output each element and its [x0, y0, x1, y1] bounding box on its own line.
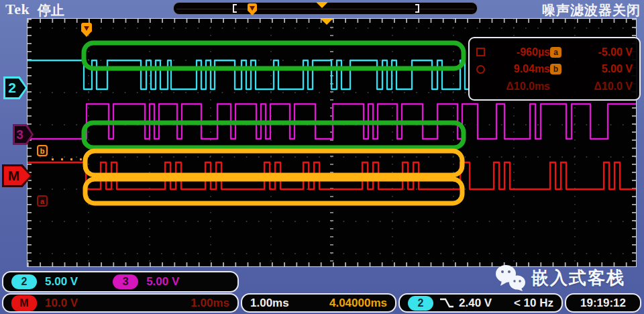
trigger-flag-icon: [248, 3, 257, 15]
cursor-readout-box: -960µs a -5.00 V 9.04ms b 5.00 V Δ10.0ms…: [468, 37, 641, 101]
cursor1-time: -960µs: [492, 46, 550, 58]
ch2-trace: [28, 60, 468, 89]
watermark: 嵌入式客栈: [495, 264, 625, 292]
vertical-readout-pill: 2 5.00 V 3 5.00 V: [2, 271, 239, 293]
channel3-marker-label: 3: [13, 124, 27, 145]
math-scale: 10.0 V: [45, 297, 78, 310]
cursor2-time: 9.04ms: [492, 63, 550, 75]
channel3-scale: 5.00 V: [146, 275, 179, 289]
cursor2-shape-icon: [476, 65, 485, 74]
horizontal-readout-pill: 1.00ms 4.04000ms: [241, 293, 396, 313]
tek-logo: Tek: [5, 1, 30, 18]
cursor-a-badge: a: [550, 47, 561, 58]
trigger-source-badge: 2: [408, 296, 433, 311]
cursor-a-amplitude: -5.00 V: [570, 46, 633, 58]
cursor-b-badge: b: [550, 64, 561, 74]
clock-time: 19:19:12: [580, 297, 626, 310]
trigger-frequency: < 10 Hz: [514, 297, 553, 310]
expansion-point-icon: [316, 2, 328, 8]
cursor-a-icon: a: [37, 195, 48, 207]
zoom-window-left-bracket: [233, 4, 237, 13]
green-box-mid: [84, 123, 464, 148]
orange-box-bottom: [85, 179, 462, 203]
trigger-level: 2.40 V: [459, 297, 492, 310]
horizontal-scale: 1.00ms: [250, 297, 289, 310]
channel3-position-marker: 3: [13, 124, 34, 145]
channel3-badge: 3: [113, 274, 138, 289]
falling-edge-icon: [439, 297, 455, 309]
watermark-text: 嵌入式客栈: [531, 266, 625, 290]
cursor-b-dashes: [52, 158, 87, 160]
zoom-window-right-bracket: [415, 4, 419, 13]
math-position-marker: M: [2, 164, 32, 187]
horizontal-delay: 4.04000ms: [329, 297, 387, 310]
cursor-delta-time: Δ10.0ms: [492, 81, 550, 93]
cursor-b-amplitude: 5.00 V: [570, 63, 633, 75]
channel2-badge: 2: [11, 274, 37, 289]
channel2-scale: 5.00 V: [45, 275, 78, 289]
record-line: [176, 9, 474, 9]
math-timebase: 1.00ms: [191, 297, 229, 310]
trigger-readout-pill: 2 2.40 V < 10 Hz: [398, 293, 563, 313]
cursor1-shape-icon: [476, 48, 485, 56]
acquisition-overview-bar: [173, 2, 478, 15]
noise-filter-label: 噪声滤波器关闭: [542, 1, 641, 19]
math-readout-pill: M 10.0 V 1.00ms: [2, 293, 239, 313]
math-badge: M: [11, 295, 37, 311]
acquisition-status: 停止: [38, 1, 64, 19]
math-marker-label: M: [2, 164, 25, 187]
clock-pill: 19:19:12: [565, 293, 641, 313]
center-time-icon: [321, 19, 333, 25]
oscilloscope-screen: Tek 停止 噪声滤波器关闭 b a 2 3 M -960µs a -5.00 …: [0, 0, 644, 314]
cursor-delta-amplitude: Δ10.0 V: [570, 81, 633, 93]
channel2-position-marker: 2: [3, 76, 28, 99]
cursor-b-icon: b: [37, 145, 48, 156]
channel2-marker-label: 2: [3, 76, 21, 99]
wechat-icon: [495, 264, 526, 292]
